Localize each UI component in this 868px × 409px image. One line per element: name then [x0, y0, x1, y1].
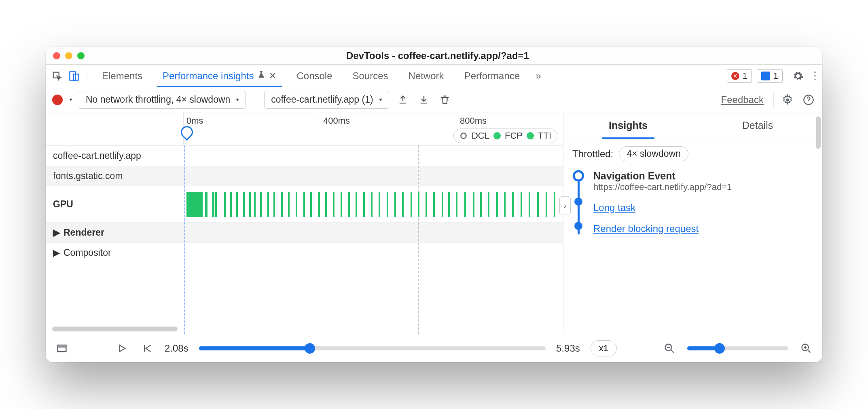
gpu-task-bar[interactable]	[200, 192, 203, 217]
gpu-task-bar[interactable]	[273, 192, 275, 217]
import-icon[interactable]	[417, 93, 431, 107]
settings-icon[interactable]	[791, 69, 805, 83]
gpu-task-bar[interactable]	[288, 192, 290, 217]
gpu-task-bar[interactable]	[348, 192, 350, 217]
gpu-task-bar[interactable]	[236, 192, 238, 217]
gpu-task-bar[interactable]	[496, 192, 498, 217]
playback-speed-button[interactable]: x1	[591, 340, 617, 356]
nav-event-item[interactable]: Navigation Event https://coffee-cart.net…	[593, 170, 813, 192]
zoom-in-icon[interactable]	[799, 341, 813, 356]
gpu-task-bar[interactable]	[512, 192, 514, 217]
network-track-row[interactable]: coffee-cart.netlify.app	[46, 145, 563, 166]
gpu-task-bar[interactable]	[442, 192, 443, 217]
gpu-task-bar[interactable]	[254, 192, 256, 217]
gpu-task-bar[interactable]	[537, 192, 539, 217]
gpu-task-bar[interactable]	[521, 192, 522, 217]
gpu-task-bar[interactable]	[488, 192, 489, 217]
gpu-task-bar[interactable]	[387, 192, 388, 217]
delete-icon[interactable]	[438, 93, 452, 107]
expand-icon[interactable]: ▶	[53, 247, 60, 258]
gpu-task-bar[interactable]	[379, 192, 380, 217]
throttled-value-pill[interactable]: 4× slowdown	[619, 146, 688, 161]
tab-sources[interactable]: Sources	[344, 65, 397, 87]
gpu-task-bar[interactable]	[224, 192, 226, 217]
gpu-task-bar[interactable]	[473, 192, 474, 217]
gpu-task-bar[interactable]	[260, 192, 262, 217]
gpu-task-bar[interactable]	[433, 192, 435, 217]
help-icon[interactable]	[801, 93, 816, 107]
feedback-link[interactable]: Feedback	[721, 94, 764, 105]
zoom-slider[interactable]	[687, 346, 788, 350]
gpu-task-bar[interactable]	[418, 192, 419, 217]
preview-icon[interactable]	[55, 341, 69, 356]
tab-details[interactable]: Details	[693, 112, 822, 139]
gpu-task-bar[interactable]	[341, 192, 342, 217]
collapse-sidebar-button[interactable]: ›	[559, 196, 571, 215]
gpu-task-bar[interactable]	[411, 192, 412, 217]
inspect-icon[interactable]	[50, 69, 64, 83]
compositor-track-row[interactable]: ▶Compositor	[46, 242, 563, 263]
network-track-row[interactable]: fonts.gstatic.com	[46, 166, 563, 186]
gpu-task-bar[interactable]	[363, 192, 365, 217]
record-menu-icon[interactable]	[69, 99, 72, 101]
kebab-menu-icon[interactable]: ⋮	[808, 69, 822, 83]
gpu-task-bar[interactable]	[371, 192, 373, 217]
gpu-task-bar[interactable]	[356, 192, 357, 217]
tab-performance[interactable]: Performance	[455, 65, 529, 87]
gpu-task-bar[interactable]	[325, 192, 327, 217]
tab-network[interactable]: Network	[400, 65, 453, 87]
gpu-task-bar[interactable]	[198, 192, 200, 217]
maximize-icon[interactable]	[77, 52, 85, 59]
timeline-ruler[interactable]: 0ms400ms800ms DCL FCP TTI	[46, 112, 563, 145]
gpu-task-bar[interactable]	[205, 192, 207, 217]
gpu-task-bar[interactable]	[394, 192, 396, 217]
minimize-icon[interactable]	[65, 52, 72, 59]
gpu-task-bar[interactable]	[504, 192, 506, 217]
expand-icon[interactable]: ▶	[53, 227, 60, 238]
gpu-task-bar[interactable]	[554, 192, 555, 217]
gpu-task-bar[interactable]	[303, 192, 305, 217]
renderer-track-row[interactable]: ▶Renderer	[46, 222, 563, 242]
recording-select[interactable]: coffee-cart.netlify.app (1)	[264, 91, 389, 109]
gpu-task-bar[interactable]	[333, 192, 334, 217]
long-task-link[interactable]: Long task	[593, 202, 635, 213]
gpu-task-bar[interactable]	[318, 192, 320, 217]
gpu-task-bar[interactable]	[249, 192, 251, 217]
throttling-select[interactable]: No network throttling, 4× slowdown	[79, 91, 246, 109]
tab-console[interactable]: Console	[288, 65, 341, 87]
panel-settings-icon[interactable]	[780, 93, 795, 107]
gpu-task-bar[interactable]	[448, 192, 450, 217]
record-button[interactable]	[52, 95, 63, 105]
gpu-task-bar[interactable]	[267, 192, 269, 217]
gpu-task-bar[interactable]	[546, 192, 547, 217]
gpu-task-bar[interactable]	[243, 192, 245, 217]
export-icon[interactable]	[396, 93, 410, 107]
gpu-track-row[interactable]: GPU	[46, 186, 563, 222]
close-tab-icon[interactable]: ✕	[269, 71, 276, 81]
gpu-task-bar[interactable]	[230, 192, 232, 217]
gpu-task-bar[interactable]	[281, 192, 283, 217]
close-icon[interactable]	[53, 52, 60, 59]
gpu-task-bar[interactable]	[456, 192, 457, 217]
render-blocking-link[interactable]: Render blocking request	[593, 223, 699, 234]
gpu-task-bar[interactable]	[426, 192, 427, 217]
skip-back-icon[interactable]	[140, 341, 154, 356]
tab-elements[interactable]: Elements	[93, 65, 151, 87]
gpu-task-bar[interactable]	[464, 192, 466, 217]
zoom-out-icon[interactable]	[662, 341, 677, 356]
device-toggle-icon[interactable]	[67, 69, 81, 83]
horizontal-scrollbar[interactable]	[52, 327, 178, 331]
scrub-slider[interactable]	[199, 346, 546, 350]
gpu-task-bar[interactable]	[402, 192, 404, 217]
gpu-task-bar[interactable]	[296, 192, 297, 217]
more-tabs-icon[interactable]: »	[531, 69, 546, 83]
play-icon[interactable]	[114, 341, 129, 356]
tab-insights[interactable]: Insights	[563, 112, 693, 139]
gpu-task-bar[interactable]	[310, 192, 312, 217]
gpu-task-bar[interactable]	[215, 192, 217, 217]
gpu-task-bar[interactable]	[212, 192, 214, 217]
vertical-scrollbar[interactable]	[816, 116, 821, 149]
tab-performance-insights[interactable]: Performance insights ✕	[154, 65, 285, 87]
gpu-task-bar[interactable]	[480, 192, 482, 217]
errors-badge[interactable]: ✕ 1	[727, 69, 752, 83]
